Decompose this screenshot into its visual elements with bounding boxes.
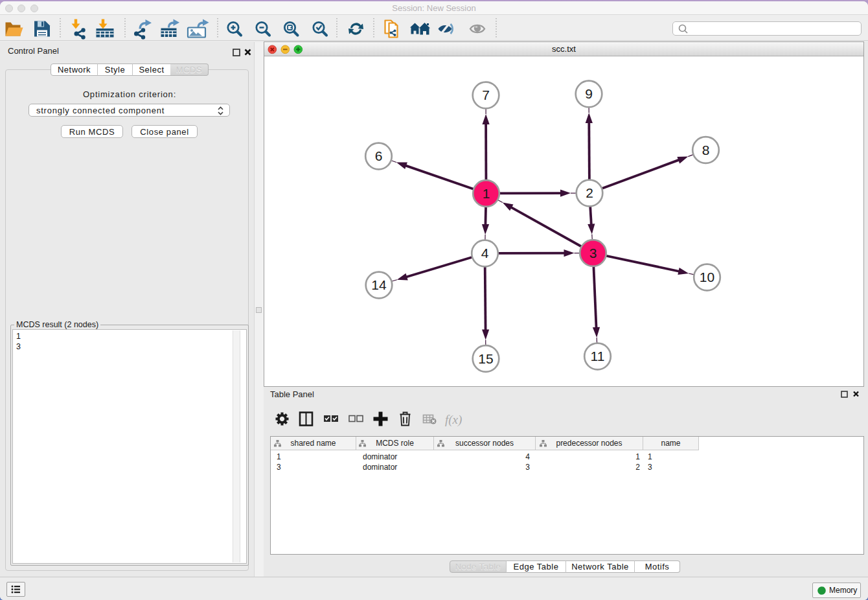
svg-text:6: 6	[375, 148, 383, 163]
svg-text:8: 8	[702, 142, 710, 157]
svg-text:11: 11	[591, 349, 605, 363]
svg-text:4: 4	[481, 246, 489, 260]
svg-text:1: 1	[483, 185, 490, 200]
svg-text:7: 7	[482, 87, 490, 102]
svg-text:10: 10	[700, 270, 714, 284]
svg-text:f(x): f(x)	[445, 413, 462, 427]
svg-text:15: 15	[478, 351, 493, 365]
svg-text:3: 3	[589, 245, 597, 260]
svg-text:9: 9	[585, 86, 593, 101]
svg-text:14: 14	[371, 277, 387, 292]
svg-text:2: 2	[586, 185, 593, 200]
